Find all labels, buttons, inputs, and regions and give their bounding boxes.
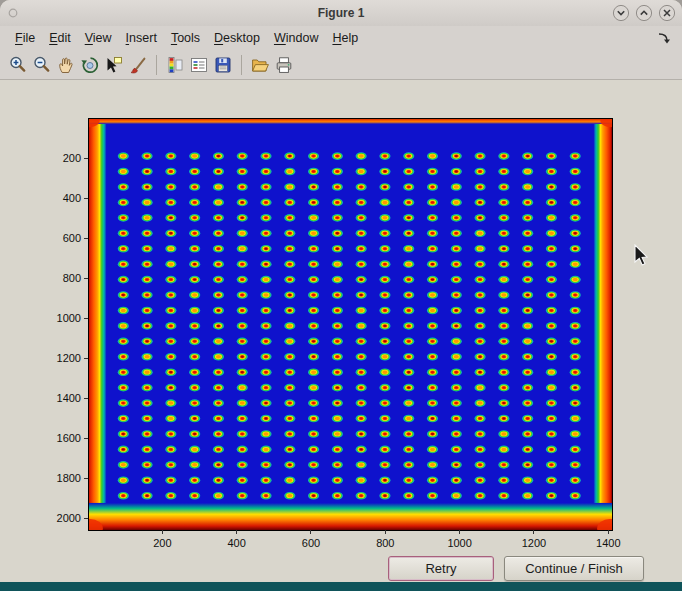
y-tick-label: 200 <box>63 152 81 164</box>
brush-button[interactable] <box>127 54 149 76</box>
menu-label: elp <box>341 31 358 45</box>
toolbar-separator <box>156 55 157 75</box>
close-button[interactable] <box>658 4 676 22</box>
y-tick-label: 1400 <box>57 392 81 404</box>
menu-label: iew <box>93 31 112 45</box>
menubar: File Edit View Insert Tools Desktop Wind… <box>0 26 682 50</box>
y-tick-label: 600 <box>63 232 81 244</box>
insert-colorbar-button[interactable] <box>164 54 186 76</box>
menu-insert[interactable]: Insert <box>119 28 164 48</box>
retry-button[interactable]: Retry <box>388 556 494 581</box>
menu-label: E <box>49 31 57 45</box>
zoom-in-button[interactable] <box>7 54 29 76</box>
close-icon <box>658 4 676 22</box>
x-tick-label: 400 <box>227 537 245 549</box>
menu-file[interactable]: File <box>8 28 42 48</box>
menu-label: V <box>85 31 93 45</box>
figure-canvas: 2004006008001000120014002004006008001000… <box>0 80 682 582</box>
insert-legend-button[interactable] <box>188 54 210 76</box>
toolbar-separator <box>241 55 242 75</box>
print-icon <box>274 55 294 75</box>
chevron-up-icon <box>635 4 653 22</box>
x-tick-label: 200 <box>153 537 171 549</box>
y-tick-label: 400 <box>63 192 81 204</box>
continue-finish-button[interactable]: Continue / Finish <box>504 556 644 581</box>
chevron-down-icon <box>612 4 630 22</box>
insert-colorbar-icon <box>165 55 185 75</box>
microarray-image[interactable] <box>78 113 623 538</box>
zoom-in-icon <box>8 55 28 75</box>
data-cursor-button[interactable] <box>103 54 125 76</box>
menu-window[interactable]: Window <box>267 28 325 48</box>
y-tick-label: 800 <box>63 272 81 284</box>
menu-edit[interactable]: Edit <box>42 28 78 48</box>
x-tick-label: 600 <box>302 537 320 549</box>
minimize-button[interactable] <box>612 4 630 22</box>
menu-label: esktop <box>223 31 260 45</box>
y-tick-label: 2000 <box>57 512 81 524</box>
menu-help[interactable]: Help <box>325 28 365 48</box>
titlebar[interactable]: Figure 1 <box>0 0 682 26</box>
y-tick-label: 1000 <box>57 312 81 324</box>
window-controls <box>612 4 676 22</box>
plot-area[interactable]: 2004006008001000120014002004006008001000… <box>0 80 682 582</box>
menu-view[interactable]: View <box>78 28 119 48</box>
y-tick-label: 1600 <box>57 432 81 444</box>
menu-label: ools <box>177 31 200 45</box>
open-folder-icon <box>250 55 270 75</box>
figure-window: Figure 1 File Edit View Insert Tools Des… <box>0 0 682 591</box>
rotate-3d-icon <box>80 55 100 75</box>
y-tick-label: 1200 <box>57 352 81 364</box>
toolbar <box>0 50 682 80</box>
menu-label: D <box>214 31 223 45</box>
menu-label: F <box>15 31 23 45</box>
menu-label: indow <box>286 31 319 45</box>
menu-desktop[interactable]: Desktop <box>207 28 267 48</box>
menu-label: nsert <box>129 31 157 45</box>
save-button[interactable] <box>212 54 234 76</box>
menu-label: ile <box>23 31 36 45</box>
x-tick-label: 1000 <box>447 537 471 549</box>
x-tick-label: 800 <box>376 537 394 549</box>
menu-overflow-icon[interactable] <box>656 30 672 46</box>
data-cursor-icon <box>104 55 124 75</box>
maximize-button[interactable] <box>635 4 653 22</box>
bottom-panel <box>0 582 682 591</box>
pan-hand-icon <box>56 55 76 75</box>
insert-legend-icon <box>189 55 209 75</box>
zoom-out-button[interactable] <box>31 54 53 76</box>
open-button[interactable] <box>249 54 271 76</box>
menu-label: W <box>274 31 286 45</box>
y-tick-label: 1800 <box>57 472 81 484</box>
save-icon <box>213 55 233 75</box>
brush-icon <box>128 55 148 75</box>
x-tick-label: 1200 <box>522 537 546 549</box>
rotate-3d-button[interactable] <box>79 54 101 76</box>
menu-label: dit <box>58 31 71 45</box>
pan-button[interactable] <box>55 54 77 76</box>
zoom-out-icon <box>32 55 52 75</box>
x-tick-label: 1400 <box>596 537 620 549</box>
window-title: Figure 1 <box>0 0 682 26</box>
menu-tools[interactable]: Tools <box>164 28 207 48</box>
print-button[interactable] <box>273 54 295 76</box>
